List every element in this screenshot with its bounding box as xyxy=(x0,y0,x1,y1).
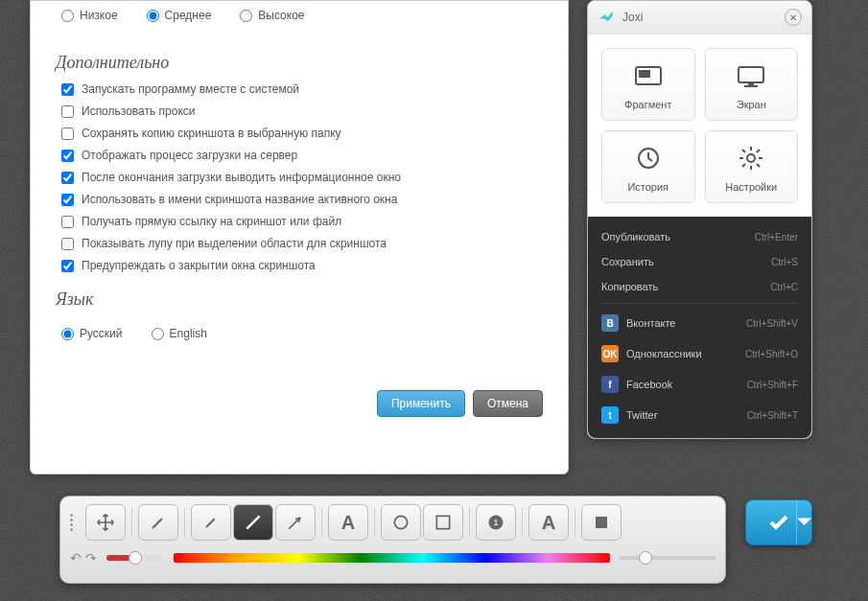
tile-grid: ФрагментЭкранИсторияНастройки xyxy=(588,35,811,217)
check-option-7[interactable]: Показывать лупу при выделении области дл… xyxy=(61,237,543,250)
social-Twitter[interactable]: tTwitterCtrl+Shift+T xyxy=(588,400,811,430)
joxi-header: Joxi ✕ xyxy=(588,1,811,35)
lang-ru[interactable]: Русский xyxy=(61,327,123,340)
social-icon: В xyxy=(601,314,619,332)
action-Опубликовать[interactable]: ОпубликоватьCtrl+Enter xyxy=(588,224,811,249)
thickness-slider[interactable] xyxy=(106,555,164,561)
line-tool[interactable] xyxy=(233,504,273,541)
additional-options: Запускать программу вместе с системойИсп… xyxy=(56,82,543,272)
tile-screen[interactable]: Экран xyxy=(705,48,799,121)
confirm-button[interactable] xyxy=(745,499,812,545)
arrow-tool[interactable] xyxy=(275,504,316,541)
tile-settings[interactable]: Настройки xyxy=(705,130,799,203)
move-tool[interactable] xyxy=(85,504,126,541)
tile-fragment[interactable]: Фрагмент xyxy=(601,48,695,121)
svg-rect-1 xyxy=(639,70,650,78)
check-option-5[interactable]: Использовать в имени скриншота название … xyxy=(61,193,543,206)
fill-rect-tool[interactable] xyxy=(581,504,622,541)
undo-icon[interactable]: ↶ xyxy=(70,550,82,566)
svg-rect-13 xyxy=(596,517,607,528)
social-Facebook[interactable]: fFacebookCtrl+Shift+F xyxy=(588,369,811,400)
close-button[interactable]: ✕ xyxy=(785,9,802,26)
svg-rect-3 xyxy=(748,82,754,85)
marker-tool[interactable] xyxy=(191,504,231,541)
screen-icon xyxy=(736,62,766,89)
history-icon xyxy=(633,145,664,172)
check-option-8[interactable]: Предупреждать о закрытии окна скриншота xyxy=(61,259,543,272)
cancel-button[interactable]: Отмена xyxy=(473,390,543,417)
social-Одноклассники[interactable]: OKОдноклассникиCtrl+Shift+O xyxy=(588,338,811,369)
check-option-1[interactable]: Использовать прокси xyxy=(61,104,543,118)
svg-rect-2 xyxy=(739,67,763,82)
check-option-2[interactable]: Сохранять копию скриншота в выбранную па… xyxy=(61,127,543,140)
social-Вконтакте[interactable]: ВВконтактеCtrl+Shift+V xyxy=(588,308,811,338)
social-icon: t xyxy=(601,406,619,424)
joxi-title: Joxi xyxy=(622,11,785,24)
check-option-4[interactable]: После окончания загрузки выводить информ… xyxy=(61,171,543,184)
settings-icon xyxy=(736,145,766,172)
action-list: ОпубликоватьCtrl+EnterСохранитьCtrl+SКоп… xyxy=(588,217,811,438)
tool-row: A 1 A xyxy=(70,504,716,541)
quality-high[interactable]: Высокое xyxy=(240,9,304,22)
opacity-slider[interactable] xyxy=(620,556,716,560)
pencil-tool[interactable] xyxy=(138,504,178,541)
svg-point-6 xyxy=(747,154,755,162)
settings-panel: Низкое Среднее Высокое Дополнительно Зап… xyxy=(30,0,569,474)
check-option-0[interactable]: Запускать программу вместе с системой xyxy=(61,82,543,96)
action-Сохранить[interactable]: СохранитьCtrl+S xyxy=(588,249,811,274)
social-icon: OK xyxy=(601,345,619,362)
dialog-buttons: Применить Отмена xyxy=(56,390,543,417)
svg-rect-10 xyxy=(436,516,449,528)
grip-handle[interactable] xyxy=(70,504,80,541)
circle-tool[interactable] xyxy=(381,504,421,541)
check-option-3[interactable]: Отображать процесс загрузки на сервер xyxy=(61,149,543,162)
lang-en[interactable]: English xyxy=(152,327,207,340)
svg-rect-4 xyxy=(744,85,758,87)
joxi-panel: Joxi ✕ ФрагментЭкранИсторияНастройки Опу… xyxy=(587,0,812,439)
svg-line-8 xyxy=(289,518,300,529)
editor-toolbar: A 1 A ↶ ↷ xyxy=(59,496,726,584)
apply-button[interactable]: Применить xyxy=(377,390,465,417)
tile-history[interactable]: История xyxy=(601,130,695,203)
color-spectrum[interactable] xyxy=(174,553,610,563)
quality-radio-group: Низкое Среднее Высокое xyxy=(56,1,543,35)
rect-tool[interactable] xyxy=(423,504,463,541)
svg-line-7 xyxy=(246,516,259,528)
text-tool[interactable]: A xyxy=(328,504,368,541)
joxi-logo-icon xyxy=(598,9,615,26)
confirm-dropdown[interactable] xyxy=(796,500,811,544)
section-language: Язык xyxy=(56,289,543,310)
svg-text:1: 1 xyxy=(493,518,498,527)
language-radio-group: Русский English xyxy=(56,319,543,354)
text-highlight-tool[interactable]: A xyxy=(528,504,569,541)
check-option-6[interactable]: Получать прямую ссылку на скриншот или ф… xyxy=(61,215,543,228)
quality-low[interactable]: Низкое xyxy=(61,9,118,22)
color-row: ↶ ↷ xyxy=(70,550,716,566)
quality-medium[interactable]: Среднее xyxy=(147,9,212,22)
section-additional: Дополнительно xyxy=(56,53,543,73)
action-Копировать[interactable]: КопироватьCtrl+C xyxy=(588,274,811,299)
social-icon: f xyxy=(601,376,619,393)
redo-icon[interactable]: ↷ xyxy=(85,550,97,566)
fragment-icon xyxy=(633,62,664,89)
counter-tool[interactable]: 1 xyxy=(476,504,516,541)
undo-redo: ↶ ↷ xyxy=(70,550,97,566)
svg-point-9 xyxy=(394,516,407,528)
